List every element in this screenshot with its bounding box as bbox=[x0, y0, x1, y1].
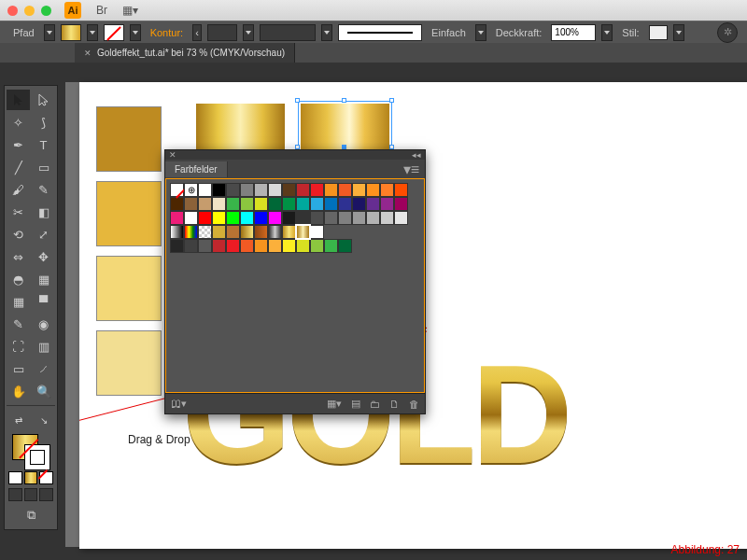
swap-fill-stroke-icon[interactable]: ⇄ bbox=[7, 410, 30, 430]
type-tool[interactable]: T bbox=[32, 134, 55, 155]
shape-builder-tool[interactable]: ◓ bbox=[7, 269, 30, 289]
swatch[interactable] bbox=[212, 225, 226, 239]
swatch[interactable] bbox=[296, 211, 310, 225]
rotate-tool[interactable]: ⟲ bbox=[7, 224, 30, 245]
pencil-tool[interactable]: ✎ bbox=[32, 179, 55, 200]
swatch[interactable] bbox=[338, 197, 352, 211]
swatch[interactable] bbox=[268, 197, 282, 211]
line-tool[interactable]: ╱ bbox=[7, 157, 30, 177]
swatch[interactable] bbox=[184, 183, 198, 197]
close-tab-icon[interactable]: ✕ bbox=[84, 49, 92, 58]
swatch[interactable] bbox=[170, 225, 184, 239]
swatch[interactable] bbox=[282, 211, 296, 225]
swatch[interactable] bbox=[282, 183, 296, 197]
opacity-dropdown[interactable] bbox=[601, 24, 613, 41]
swatch[interactable] bbox=[380, 183, 394, 197]
eyedropper-tool[interactable]: ✎ bbox=[7, 314, 30, 334]
swatch[interactable] bbox=[352, 197, 366, 211]
swatch[interactable] bbox=[366, 197, 380, 211]
swatch[interactable] bbox=[296, 183, 310, 197]
bridge-icon[interactable]: Br bbox=[96, 4, 107, 17]
swatch[interactable] bbox=[268, 183, 282, 197]
swatch[interactable] bbox=[268, 239, 282, 253]
swatch[interactable] bbox=[324, 239, 338, 253]
show-swatch-kinds-icon[interactable]: ▦▾ bbox=[327, 398, 342, 410]
swatches-tab[interactable]: Farbfelder bbox=[165, 161, 228, 177]
swatch[interactable] bbox=[380, 197, 394, 211]
new-color-group-icon[interactable]: 🗀 bbox=[370, 399, 380, 410]
panel-collapse-icon[interactable]: ◂◂ bbox=[412, 150, 421, 160]
color-square-2[interactable] bbox=[96, 181, 162, 246]
minimize-window-button[interactable] bbox=[24, 6, 35, 16]
blend-tool[interactable]: ◉ bbox=[32, 314, 55, 334]
swatch-options-icon[interactable]: ▤ bbox=[351, 398, 360, 410]
swatch[interactable] bbox=[282, 225, 296, 239]
swatch[interactable] bbox=[170, 183, 184, 197]
fill-swatch[interactable] bbox=[61, 24, 81, 41]
swatch[interactable] bbox=[338, 183, 352, 197]
delete-swatch-icon[interactable]: 🗑 bbox=[409, 399, 419, 410]
swatch[interactable] bbox=[366, 183, 380, 197]
var-width-dropdown[interactable] bbox=[321, 24, 332, 41]
swatch[interactable] bbox=[296, 239, 310, 253]
swatch[interactable] bbox=[240, 239, 254, 253]
swatch[interactable] bbox=[338, 211, 352, 225]
swatch[interactable] bbox=[170, 197, 184, 211]
swatch[interactable] bbox=[170, 239, 184, 253]
symbol-sprayer-tool[interactable]: ⛶ bbox=[7, 336, 30, 357]
swatch[interactable] bbox=[394, 211, 408, 225]
swatch[interactable] bbox=[212, 183, 226, 197]
sel-handle-ne[interactable] bbox=[389, 98, 394, 103]
swatch[interactable] bbox=[296, 225, 310, 239]
stroke-swatch[interactable] bbox=[104, 24, 124, 41]
rectangle-tool[interactable]: ▭ bbox=[32, 157, 55, 177]
magic-wand-tool[interactable]: ✧ bbox=[7, 112, 30, 133]
stroke-weight-down[interactable]: ‹ bbox=[192, 24, 202, 41]
swatch[interactable] bbox=[338, 239, 352, 253]
swatch[interactable] bbox=[394, 183, 408, 197]
stroke-dropdown[interactable] bbox=[130, 24, 141, 41]
paintbrush-tool[interactable]: 🖌 bbox=[7, 179, 30, 200]
swatch[interactable] bbox=[254, 211, 268, 225]
swatch[interactable] bbox=[310, 239, 324, 253]
draw-normal[interactable] bbox=[8, 488, 22, 501]
swatch[interactable] bbox=[184, 197, 198, 211]
swatch[interactable] bbox=[212, 211, 226, 225]
panel-close-icon[interactable]: ✕ bbox=[169, 150, 176, 160]
swatch[interactable] bbox=[268, 211, 282, 225]
swatch[interactable] bbox=[310, 225, 324, 239]
brush-dropdown[interactable] bbox=[475, 24, 486, 41]
fill-dropdown[interactable] bbox=[87, 24, 98, 41]
default-fill-stroke-icon[interactable]: ↘ bbox=[32, 410, 55, 430]
document-tab[interactable]: ✕ Goldeffekt_tut.ai* bei 73 % (CMYK/Vors… bbox=[75, 43, 295, 63]
opacity-input[interactable] bbox=[551, 24, 596, 41]
swatch[interactable] bbox=[352, 183, 366, 197]
brush-preview[interactable] bbox=[338, 24, 422, 41]
swatch[interactable] bbox=[268, 225, 282, 239]
color-mode-solid[interactable] bbox=[8, 471, 22, 484]
swatch[interactable] bbox=[240, 197, 254, 211]
swatch[interactable] bbox=[282, 239, 296, 253]
swatch[interactable] bbox=[226, 183, 240, 197]
color-mode-none[interactable] bbox=[39, 471, 53, 484]
direct-selection-tool[interactable] bbox=[32, 90, 55, 110]
swatch[interactable] bbox=[226, 197, 240, 211]
hand-tool[interactable]: ✋ bbox=[7, 381, 30, 401]
swatch[interactable] bbox=[198, 183, 212, 197]
swatch[interactable] bbox=[170, 211, 184, 225]
swatch-libraries-icon[interactable]: 🕮▾ bbox=[171, 398, 187, 410]
var-width-profile[interactable] bbox=[260, 24, 316, 41]
artboard-tool[interactable]: ▭ bbox=[7, 358, 30, 379]
swatches-panel[interactable]: ✕ ◂◂ Farbfelder ▾≡ 🕮▾ ▦▾ ▤ 🗀 🗋 🗑 bbox=[164, 149, 426, 414]
swatch[interactable] bbox=[198, 211, 212, 225]
swatch[interactable] bbox=[198, 225, 212, 239]
color-square-3[interactable] bbox=[96, 256, 162, 321]
swatch[interactable] bbox=[310, 211, 324, 225]
column-graph-tool[interactable]: ▥ bbox=[32, 336, 55, 357]
new-swatch-icon[interactable]: 🗋 bbox=[389, 399, 400, 410]
swatch[interactable] bbox=[240, 225, 254, 239]
swatch[interactable] bbox=[184, 239, 198, 253]
lasso-tool[interactable]: ⟆ bbox=[32, 112, 55, 133]
mesh-tool[interactable]: ▦ bbox=[7, 291, 30, 312]
blob-brush-tool[interactable]: ✂ bbox=[7, 202, 30, 222]
